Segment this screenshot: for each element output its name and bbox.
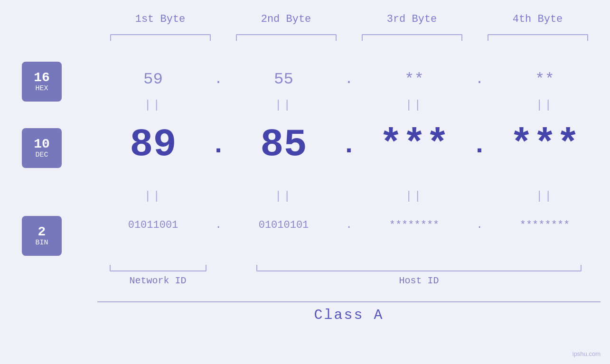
bracket-cell-4 (475, 34, 601, 41)
bottom-brackets-container (97, 265, 601, 271)
top-bracket-4 (488, 34, 588, 41)
bin-b3: ******** (358, 219, 470, 231)
dot-spacer-2 (218, 275, 237, 286)
dec-badge: 10 DEC (22, 128, 62, 168)
bin-badge: 2 BIN (22, 216, 62, 256)
bracket-cell-2 (223, 34, 349, 41)
dec-num: 10 (34, 138, 50, 151)
bin-dot-3: . (470, 219, 489, 231)
sep-3: || (358, 99, 470, 112)
page-layout: 1st Byte 2nd Byte 3rd Byte 4th Byte 16 H… (0, 0, 610, 364)
hex-row: 59 . 55 . ** . ** (97, 70, 601, 88)
dec-bin-sep-row: || || || || (97, 190, 601, 203)
hex-badge: 16 HEX (22, 62, 62, 102)
dec-b1: 89 (97, 126, 209, 165)
byte1-header: 1st Byte (97, 13, 223, 25)
class-line-container: Class A (97, 301, 601, 323)
sep2-2: || (228, 190, 339, 203)
sep-2: || (228, 99, 339, 112)
sep2-3: || (358, 190, 470, 203)
bin-num: 2 (38, 225, 46, 239)
class-label: Class A (97, 307, 601, 323)
sep-1: || (97, 99, 209, 112)
bin-b4: ******** (489, 219, 601, 231)
host-id-label: Host ID (237, 275, 601, 286)
dec-b3: *** (358, 126, 470, 165)
bracket-cell-1 (97, 34, 223, 41)
dec-label: DEC (35, 151, 48, 159)
bin-row: 01011001 . 01010101 . ******** . *******… (97, 219, 601, 231)
sep-4: || (489, 99, 601, 112)
dec-dot-2: . (339, 131, 358, 160)
dec-dot-1: . (209, 131, 228, 160)
bracket-cell-3 (349, 34, 475, 41)
host-bracket-wrap (237, 265, 601, 271)
sep2-4: || (489, 190, 601, 203)
bin-label: BIN (35, 239, 48, 247)
bin-dot-1: . (209, 219, 228, 231)
hex-b3: ** (358, 70, 470, 88)
byte3-header: 3rd Byte (349, 13, 475, 25)
id-labels-row: Network ID Host ID (97, 275, 601, 286)
dec-dot-3: . (470, 131, 489, 160)
network-bracket-wrap (97, 265, 218, 271)
network-id-label: Network ID (97, 275, 218, 286)
byte-headers: 1st Byte 2nd Byte 3rd Byte 4th Byte (97, 13, 601, 25)
top-bracket-3 (362, 34, 462, 41)
host-bracket (256, 265, 582, 271)
top-bracket-2 (236, 34, 337, 41)
dec-row: 89 . 85 . *** . *** (97, 126, 601, 165)
bin-b2: 01010101 (228, 219, 339, 231)
hex-b1: 59 (97, 70, 209, 88)
hex-dec-sep-row: || || || || (97, 99, 601, 112)
watermark: ipshu.com (572, 350, 601, 357)
network-bracket (110, 265, 206, 271)
hex-dot-3: . (470, 71, 489, 87)
bin-b1: 01011001 (97, 219, 209, 231)
hex-label: HEX (35, 84, 48, 93)
hex-dot-1: . (209, 71, 228, 87)
hex-dot-2: . (339, 71, 358, 87)
hex-b2: 55 (228, 70, 339, 88)
sep2-1: || (97, 190, 209, 203)
byte4-header: 4th Byte (475, 13, 601, 25)
hex-num: 16 (34, 71, 50, 84)
bin-dot-2: . (339, 219, 358, 231)
byte2-header: 2nd Byte (223, 13, 349, 25)
top-bracket-1 (110, 34, 211, 41)
dec-b2: 85 (228, 126, 339, 165)
hex-b4: ** (489, 70, 601, 88)
dec-b4: *** (489, 126, 601, 165)
top-brackets (97, 34, 601, 41)
class-line (97, 301, 601, 302)
